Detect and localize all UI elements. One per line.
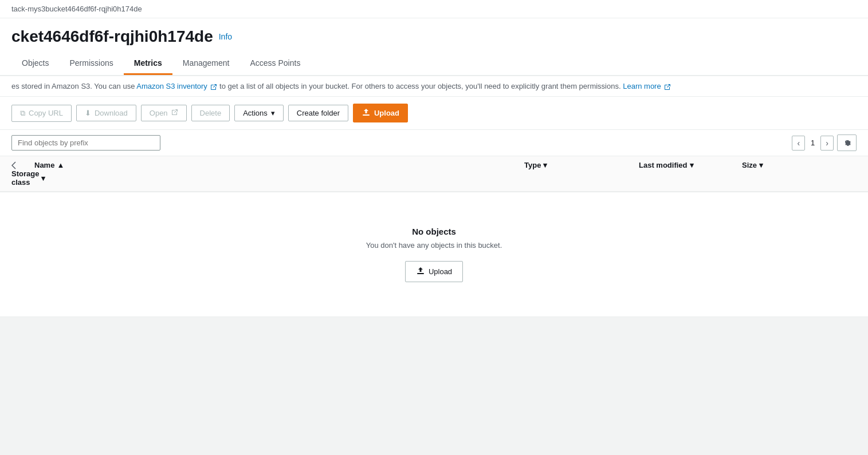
inventory-link[interactable]: Amazon S3 inventory	[136, 82, 219, 90]
copy-url-label: Copy URL	[29, 109, 63, 117]
th-size[interactable]: Size ▾	[742, 161, 857, 169]
actions-button[interactable]: Actions ▾	[234, 105, 284, 121]
copy-icon: ⧉	[20, 109, 25, 118]
info-banner: es stored in Amazon S3. You can use Amaz…	[0, 76, 868, 97]
prev-page-button[interactable]: ‹	[792, 136, 805, 151]
delete-button[interactable]: Delete	[191, 105, 230, 121]
th-storage-class[interactable]: Storage class ▾	[11, 169, 34, 187]
th-last-modified-label: Last modified	[639, 161, 688, 169]
table-settings-button[interactable]	[837, 134, 857, 151]
th-checkbox[interactable]	[11, 161, 34, 169]
empty-upload-icon	[416, 266, 425, 277]
search-input[interactable]	[11, 135, 160, 151]
breadcrumb: tack-mys3bucket4646df6f-rqjhi0h174de	[0, 0, 868, 18]
th-type[interactable]: Type ▾	[524, 161, 639, 169]
info-link[interactable]: Info	[219, 32, 232, 41]
tab-permissions[interactable]: Permissions	[59, 53, 123, 75]
table-header: Name ▲ Type ▾ Last modified ▾ Size ▾ Sto…	[0, 156, 868, 192]
chevron-right-icon: ›	[826, 139, 828, 148]
page-number: 1	[808, 139, 817, 147]
empty-state: No objects You don't have any objects in…	[0, 192, 868, 316]
sort-storage-icon: ▾	[41, 174, 45, 183]
sort-size-icon: ▾	[759, 161, 763, 169]
toolbar: ⧉ Copy URL ⬇ Download Open Delete Action…	[0, 97, 868, 130]
create-folder-button[interactable]: Create folder	[288, 105, 348, 121]
upload-button[interactable]: Upload	[353, 104, 408, 122]
sort-type-icon: ▾	[543, 161, 547, 169]
th-name[interactable]: Name ▲	[34, 161, 524, 169]
search-filter-row: ‹ 1 ›	[0, 130, 868, 156]
open-label: Open	[150, 109, 168, 117]
objects-table: Name ▲ Type ▾ Last modified ▾ Size ▾ Sto…	[0, 156, 868, 316]
empty-state-title: No objects	[11, 227, 857, 236]
open-button[interactable]: Open	[141, 105, 187, 121]
th-storage-class-label: Storage class	[11, 169, 39, 187]
info-text-before: es stored in Amazon S3. You can use	[11, 82, 136, 90]
chevron-left-icon: ‹	[797, 139, 800, 148]
copy-url-button[interactable]: ⧉ Copy URL	[11, 105, 72, 122]
delete-label: Delete	[200, 109, 222, 117]
th-size-label: Size	[742, 161, 757, 169]
chevron-down-icon: ▾	[271, 109, 275, 117]
svg-rect-1	[417, 273, 424, 274]
empty-upload-label: Upload	[429, 267, 452, 276]
actions-label: Actions	[243, 109, 268, 117]
sort-asc-icon: ▲	[57, 161, 64, 169]
next-page-button[interactable]: ›	[820, 136, 834, 151]
download-label: Download	[95, 109, 128, 117]
bucket-title: cket4646df6f-rqjhi0h174de	[11, 27, 213, 46]
tab-metrics[interactable]: Metrics	[124, 53, 172, 75]
gray-footer-section	[0, 317, 868, 397]
tabs-row: Objects Permissions Metrics Management A…	[11, 53, 857, 75]
pagination-controls: ‹ 1 ›	[792, 134, 857, 151]
page-header: cket4646df6f-rqjhi0h174de Info Objects P…	[0, 18, 868, 76]
svg-rect-0	[363, 114, 370, 116]
tab-objects[interactable]: Objects	[11, 53, 59, 75]
empty-state-description: You don't have any objects in this bucke…	[11, 241, 857, 250]
sort-modified-icon: ▾	[690, 161, 694, 169]
upload-label: Upload	[374, 109, 399, 117]
learn-more-link[interactable]: Learn more	[623, 82, 671, 90]
create-folder-label: Create folder	[297, 109, 340, 117]
th-name-label: Name	[34, 161, 54, 169]
download-button[interactable]: ⬇ Download	[76, 105, 136, 121]
settings-icon	[842, 137, 851, 148]
th-last-modified[interactable]: Last modified ▾	[639, 161, 742, 169]
th-type-label: Type	[524, 161, 541, 169]
open-external-icon	[171, 109, 178, 117]
empty-upload-button[interactable]: Upload	[405, 261, 463, 282]
bucket-title-row: cket4646df6f-rqjhi0h174de Info	[11, 27, 857, 46]
info-text-middle: to get a list of all objects in your buc…	[219, 82, 623, 90]
upload-icon	[362, 108, 371, 118]
download-icon: ⬇	[85, 109, 91, 117]
tab-management[interactable]: Management	[172, 53, 240, 75]
tab-access-points[interactable]: Access Points	[239, 53, 311, 75]
